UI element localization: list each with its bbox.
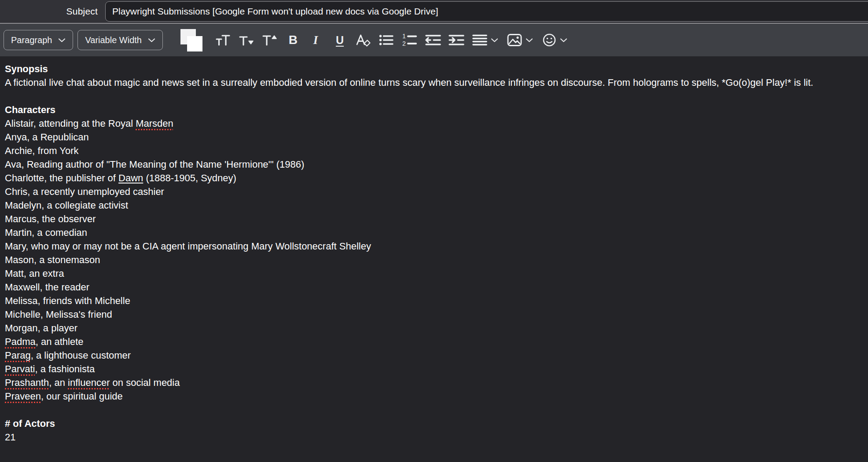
body-line: Alistair, attending at the Royal Marsden bbox=[5, 117, 863, 130]
bold-button[interactable]: B bbox=[283, 28, 303, 52]
body-line bbox=[5, 403, 863, 417]
body-text: on social media bbox=[110, 377, 180, 388]
underline-icon: U bbox=[336, 34, 344, 47]
body-text: Synopsis bbox=[5, 63, 48, 74]
body-line: Mary, who may or may not be a CIA agent … bbox=[5, 239, 863, 253]
font-select[interactable]: Variable Width bbox=[77, 30, 163, 50]
paragraph-style-value: Paragraph bbox=[11, 35, 52, 45]
body-text: # of Actors bbox=[5, 418, 55, 429]
body-text: Mary, who may or may not be a CIA agent … bbox=[5, 241, 371, 252]
body-text: Anya, a Republican bbox=[5, 132, 89, 143]
body-text: Matt, an extra bbox=[5, 268, 64, 279]
outdent-button[interactable] bbox=[423, 28, 443, 52]
message-body-editor[interactable]: SynopsisA fictional live chat about magi… bbox=[0, 56, 868, 462]
bulleted-list-button[interactable] bbox=[376, 28, 397, 52]
indent-button[interactable] bbox=[446, 28, 467, 52]
body-text: , a fashionista bbox=[35, 363, 95, 374]
align-justify-icon bbox=[472, 34, 487, 46]
paragraph-style-select[interactable]: Paragraph bbox=[4, 30, 73, 50]
misspelled-word: Padma bbox=[5, 336, 36, 347]
misspelled-word: Parag bbox=[5, 350, 31, 361]
subject-label: Subject bbox=[0, 0, 98, 23]
numbered-list-button[interactable]: 1 2 bbox=[400, 28, 420, 52]
body-line: A fictional live chat about magic and ne… bbox=[5, 76, 863, 89]
body-text: (1888-1905, Sydney) bbox=[143, 172, 236, 183]
body-line: Characters bbox=[5, 103, 863, 117]
decrease-font-size-button[interactable] bbox=[236, 28, 257, 52]
remove-text-styling-icon bbox=[355, 33, 371, 47]
subject-bar: Subject bbox=[0, 0, 868, 23]
body-text: Martin, a comedian bbox=[5, 227, 87, 238]
body-line: Mason, a stonemason bbox=[5, 253, 863, 267]
chevron-down-icon bbox=[148, 38, 155, 43]
decrease-font-size-icon bbox=[239, 33, 254, 47]
text-color-button[interactable] bbox=[180, 29, 203, 51]
italic-button[interactable]: I bbox=[306, 28, 327, 52]
body-line: Parag, a lighthouse customer bbox=[5, 348, 863, 362]
chevron-down-icon bbox=[491, 38, 498, 43]
smiley-icon bbox=[542, 33, 556, 47]
font-select-value: Variable Width bbox=[85, 35, 142, 45]
body-line: Ava, Reading author of "The Meaning of t… bbox=[5, 158, 863, 171]
bold-icon: B bbox=[289, 33, 298, 47]
body-text: Charlotte, the publisher of bbox=[5, 172, 118, 183]
outdent-icon bbox=[425, 34, 441, 46]
body-line: Michelle, Melissa's friend bbox=[5, 308, 863, 321]
image-icon bbox=[507, 33, 522, 47]
body-line: Martin, a comedian bbox=[5, 226, 863, 239]
body-line: Morgan, a player bbox=[5, 321, 863, 335]
body-line: Chris, a recently unemployed cashier bbox=[5, 185, 863, 198]
body-text: Mason, a stonemason bbox=[5, 254, 100, 265]
body-text: 21 bbox=[5, 432, 15, 443]
bulleted-list-icon bbox=[379, 34, 394, 46]
body-text: Marcus, the observer bbox=[5, 213, 96, 224]
formatting-toolbar: Paragraph Variable Width bbox=[0, 24, 868, 56]
underline-button[interactable]: U bbox=[330, 28, 350, 52]
body-text: Madelyn, a collegiate activist bbox=[5, 200, 128, 211]
svg-text:1: 1 bbox=[402, 33, 406, 40]
body-line: # of Actors bbox=[5, 417, 863, 430]
body-text: , our spiritual guide bbox=[41, 391, 123, 402]
body-line: Charlotte, the publisher of Dawn (1888-1… bbox=[5, 171, 863, 185]
body-line: Marcus, the observer bbox=[5, 212, 863, 226]
body-line: Archie, from York bbox=[5, 144, 863, 158]
indent-icon bbox=[448, 34, 465, 46]
body-text: A fictional live chat about magic and ne… bbox=[5, 77, 813, 88]
font-size-icon bbox=[216, 33, 231, 47]
body-text: Alistair, attending at the Royal bbox=[5, 118, 136, 129]
insert-image-button[interactable] bbox=[504, 28, 536, 52]
misspelled-word: Praveen bbox=[5, 391, 41, 402]
body-text: Morgan, a player bbox=[5, 323, 77, 334]
body-text: Michelle, Melissa's friend bbox=[5, 309, 112, 320]
body-line: Prashanth, an influencer on social media bbox=[5, 376, 863, 389]
svg-text:2: 2 bbox=[402, 40, 406, 47]
alignment-button[interactable] bbox=[470, 28, 501, 52]
body-line: Synopsis bbox=[5, 62, 863, 76]
body-line: Melissa, friends with Michelle bbox=[5, 294, 863, 308]
chevron-down-icon bbox=[526, 38, 533, 43]
body-text: Characters bbox=[5, 104, 55, 115]
body-line: Parvati, a fashionista bbox=[5, 362, 863, 376]
insert-smiley-button[interactable] bbox=[539, 28, 571, 52]
increase-font-size-button[interactable] bbox=[260, 28, 280, 52]
body-line: Padma, an athlete bbox=[5, 335, 863, 348]
increase-font-size-icon bbox=[262, 33, 277, 47]
remove-text-styling-button[interactable] bbox=[353, 28, 373, 52]
misspelled-word: Parvati bbox=[5, 363, 35, 374]
chevron-down-icon bbox=[560, 38, 567, 43]
body-text: , an bbox=[49, 377, 68, 388]
misspelled-word: Marsden bbox=[136, 118, 173, 129]
body-line: Madelyn, a collegiate activist bbox=[5, 198, 863, 212]
font-size-button[interactable] bbox=[213, 28, 233, 52]
body-line: Anya, a Republican bbox=[5, 130, 863, 144]
body-text: , an athlete bbox=[36, 336, 84, 347]
body-text: Melissa, friends with Michelle bbox=[5, 295, 130, 306]
body-line: Maxwell, the reader bbox=[5, 280, 863, 294]
background-color-swatch bbox=[187, 36, 202, 51]
underlined-text: Dawn bbox=[118, 172, 143, 183]
body-line: 21 bbox=[5, 430, 863, 444]
body-line: Praveen, our spiritual guide bbox=[5, 389, 863, 403]
subject-input[interactable] bbox=[105, 1, 868, 22]
body-line: Matt, an extra bbox=[5, 267, 863, 280]
body-text: Maxwell, the reader bbox=[5, 282, 89, 293]
